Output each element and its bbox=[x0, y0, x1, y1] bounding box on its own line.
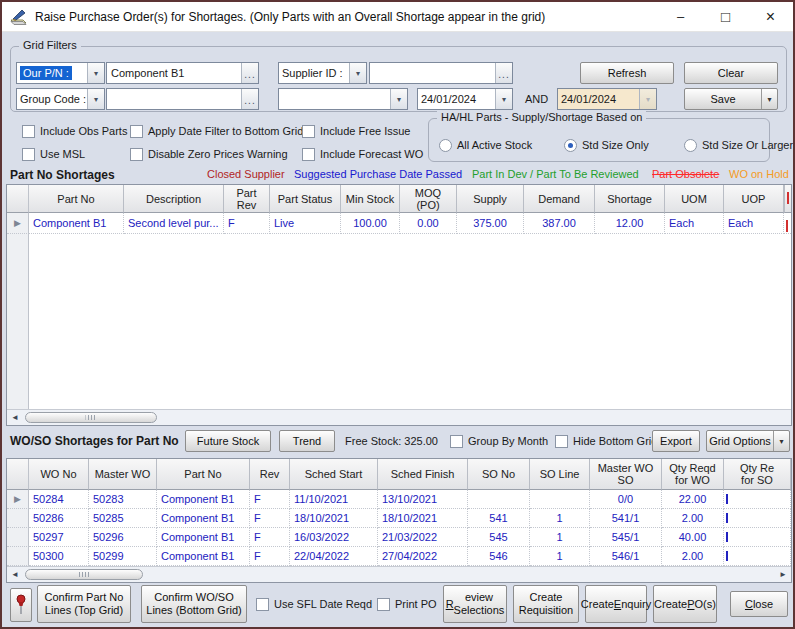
table-cell: 27/04/2022 bbox=[378, 547, 468, 566]
column-header[interactable]: UOM bbox=[665, 185, 724, 213]
include-free-issue-checkbox[interactable]: Include Free Issue bbox=[302, 124, 411, 138]
chevron-down-icon[interactable]: ▾ bbox=[773, 431, 789, 451]
column-header[interactable]: Qty Reqd for WO bbox=[662, 459, 724, 490]
column-header[interactable]: UOP bbox=[724, 185, 784, 213]
column-header[interactable]: Min Stock bbox=[341, 185, 400, 213]
create-requisition-button[interactable]: Create Requisition bbox=[513, 585, 579, 623]
table-row[interactable]: 50297 50296 Component B1 F 16/03/2022 21… bbox=[7, 528, 791, 547]
column-header[interactable]: Part No bbox=[29, 185, 124, 213]
column-header[interactable]: Part Rev bbox=[224, 185, 270, 213]
header-gutter bbox=[7, 459, 29, 490]
radio-icon bbox=[564, 139, 577, 152]
include-obs-parts-checkbox[interactable]: Include Obs Parts bbox=[22, 124, 127, 138]
maximize-icon[interactable]: □ bbox=[703, 2, 748, 31]
table-row[interactable]: ▶ Component B1 Second level pur... F Liv… bbox=[7, 213, 791, 234]
table-cell: 541 bbox=[468, 509, 530, 528]
create-pos-button[interactable]: CreatePO(s) bbox=[653, 585, 717, 623]
chevron-down-icon[interactable]: ▾ bbox=[87, 63, 104, 83]
minimize-icon[interactable]: – bbox=[658, 2, 703, 31]
group-code-input[interactable]: ... bbox=[106, 88, 259, 110]
radio-all-active-stock[interactable]: All Active Stock bbox=[439, 138, 532, 152]
browse-icon[interactable]: ... bbox=[241, 89, 258, 109]
table-row[interactable]: 50286 50285 Component B1 F 18/10/2021 18… bbox=[7, 509, 791, 528]
pin-button[interactable] bbox=[10, 588, 32, 622]
trend-button[interactable]: Trend bbox=[279, 430, 335, 452]
column-header[interactable]: SO No bbox=[468, 459, 530, 490]
column-header[interactable]: Part Status bbox=[270, 185, 341, 213]
include-forecast-wo-checkbox[interactable]: Include Forecast WO bbox=[302, 147, 423, 161]
chevron-down-icon[interactable]: ▾ bbox=[495, 89, 512, 109]
grid-options-button[interactable]: Grid Options ▾ bbox=[706, 430, 790, 452]
confirm-bottom-grid-button[interactable]: Confirm WO/SO Lines (Bottom Grid) bbox=[141, 585, 247, 623]
table-cell: 1 bbox=[530, 547, 590, 566]
disable-zero-prices-checkbox[interactable]: Disable Zero Prices Warning bbox=[130, 147, 288, 161]
use-msl-checkbox[interactable]: Use MSL bbox=[22, 147, 85, 161]
print-po-checkbox[interactable]: Print PO bbox=[377, 597, 437, 611]
save-button[interactable]: Save ▾ bbox=[684, 88, 778, 110]
our-pn-input[interactable]: Component B1 ... bbox=[106, 62, 259, 84]
date-to-dropdown[interactable]: 24/01/2024 ▾ bbox=[557, 88, 657, 110]
row-selector-icon[interactable]: ▶ bbox=[7, 213, 29, 234]
column-header[interactable]: Part No bbox=[157, 459, 250, 490]
chevron-down-icon[interactable]: ▾ bbox=[639, 89, 656, 109]
horizontal-scrollbar[interactable]: ◄ ► bbox=[7, 566, 791, 582]
chevron-down-icon[interactable]: ▾ bbox=[390, 89, 407, 109]
clear-button[interactable]: Clear bbox=[684, 62, 778, 84]
row-gutter[interactable] bbox=[7, 547, 29, 566]
chevron-down-icon[interactable]: ▾ bbox=[349, 63, 366, 83]
hide-bottom-grid-checkbox[interactable]: Hide Bottom Grid bbox=[555, 434, 657, 448]
group-code-field-selector[interactable]: Group Code : ▾ bbox=[16, 88, 105, 110]
table-row[interactable]: 50300 50299 Component B1 F 22/04/2022 27… bbox=[7, 547, 791, 566]
scrollbar-thumb[interactable] bbox=[25, 569, 143, 580]
scroll-left-icon[interactable]: ◄ bbox=[7, 410, 23, 425]
column-header[interactable]: MOQ (PO) bbox=[400, 185, 457, 213]
checkbox-icon bbox=[130, 148, 143, 161]
scroll-right-icon[interactable]: ► bbox=[775, 567, 791, 582]
group-by-month-checkbox[interactable]: Group By Month bbox=[450, 434, 548, 448]
our-pn-field-selector[interactable]: Our P/N : ▾ bbox=[16, 62, 105, 84]
future-stock-button[interactable]: Future Stock bbox=[185, 430, 271, 452]
table-row[interactable]: ▶ 50284 50283 Component B1 F 11/10/2021 … bbox=[7, 490, 791, 509]
close-button[interactable]: Close bbox=[730, 591, 788, 617]
column-header[interactable]: Supply bbox=[457, 185, 524, 213]
scrollbar-thumb[interactable] bbox=[25, 412, 157, 423]
row-selector-icon[interactable]: ▶ bbox=[7, 490, 29, 509]
table-cell: 545/1 bbox=[590, 528, 662, 547]
column-header[interactable]: Master WO SO bbox=[590, 459, 662, 490]
supplier-field-selector[interactable]: Supplier ID : ▾ bbox=[278, 62, 367, 84]
radio-std-size-only[interactable]: Std Size Only bbox=[564, 138, 649, 152]
column-header[interactable]: Description bbox=[124, 185, 224, 213]
clipped-cell bbox=[784, 213, 791, 234]
scroll-left-icon[interactable]: ◄ bbox=[7, 567, 23, 582]
chevron-down-icon[interactable]: ▾ bbox=[761, 89, 777, 109]
chevron-down-icon[interactable]: ▾ bbox=[87, 89, 104, 109]
date-to-value: 24/01/2024 bbox=[558, 89, 639, 109]
column-header[interactable]: Qty Re for SO bbox=[724, 459, 791, 490]
column-header[interactable]: Master WO bbox=[89, 459, 157, 490]
review-selections-button[interactable]: ReviewSelections bbox=[443, 585, 507, 623]
use-sfl-date-reqd-checkbox[interactable]: Use SFL Date Reqd bbox=[256, 597, 372, 611]
table-cell: Component B1 bbox=[157, 490, 250, 509]
refresh-button[interactable]: Refresh bbox=[580, 62, 674, 84]
browse-icon[interactable]: ... bbox=[241, 63, 258, 83]
supplier-id-input[interactable]: ... bbox=[369, 62, 513, 84]
browse-icon[interactable]: ... bbox=[495, 63, 512, 83]
confirm-top-grid-button[interactable]: Confirm Part No Lines (Top Grid) bbox=[37, 585, 131, 623]
radio-std-size-or-larger[interactable]: Std Size Or Larger bbox=[684, 138, 793, 152]
column-header[interactable]: Rev bbox=[250, 459, 290, 490]
apply-date-filter-checkbox[interactable]: Apply Date Filter to Bottom Grid bbox=[130, 124, 303, 138]
row-gutter[interactable] bbox=[7, 509, 29, 528]
date-field-selector[interactable]: ▾ bbox=[278, 88, 408, 110]
column-header[interactable]: Demand bbox=[524, 185, 595, 213]
close-icon[interactable]: × bbox=[748, 2, 793, 31]
create-enquiry-button[interactable]: CreateEnquiry bbox=[585, 585, 647, 623]
horizontal-scrollbar[interactable]: ◄ bbox=[7, 409, 791, 425]
column-header[interactable]: Sched Start bbox=[290, 459, 378, 490]
column-header[interactable]: Sched Finish bbox=[378, 459, 468, 490]
column-header[interactable]: WO No bbox=[29, 459, 89, 490]
row-gutter[interactable] bbox=[7, 528, 29, 547]
export-button[interactable]: Export bbox=[652, 430, 700, 452]
column-header[interactable]: SO Line bbox=[530, 459, 590, 490]
date-from-dropdown[interactable]: 24/01/2024 ▾ bbox=[417, 88, 513, 110]
column-header[interactable]: Shortage bbox=[595, 185, 665, 213]
